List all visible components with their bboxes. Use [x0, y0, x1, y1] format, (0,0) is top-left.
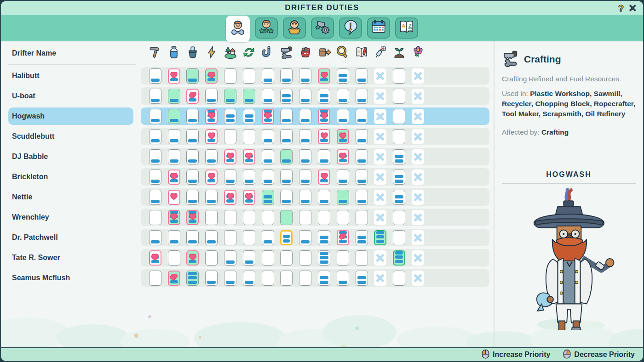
duty-cell-cooking[interactable] [186, 230, 199, 245]
duty-cell-fishing[interactable] [262, 271, 274, 286]
duty-cell-animal-care[interactable] [299, 230, 311, 245]
duty-cell-crafting[interactable] [280, 68, 293, 84]
duty-cell-cooking[interactable] [186, 271, 199, 286]
duty-cell-water[interactable] [168, 149, 180, 164]
duty-cell-expedition[interactable] [224, 210, 236, 225]
duty-cell-farming[interactable] [393, 68, 405, 84]
duty-cell-crafting[interactable] [280, 190, 293, 205]
duty-cell-energy[interactable] [205, 129, 218, 144]
duty-cell-scavenging[interactable] [337, 190, 349, 205]
duty-cell-expedition[interactable] [224, 89, 236, 104]
duty-cell-recycling[interactable] [243, 129, 255, 144]
duty-cell-animal-care[interactable] [299, 68, 311, 84]
duty-cell-fishing[interactable] [262, 210, 274, 225]
duty-cell-hauling[interactable] [318, 68, 330, 84]
duty-cell-cooking[interactable] [186, 250, 199, 266]
drifter-name[interactable]: DJ Babble [8, 148, 133, 165]
duty-cell-water[interactable] [168, 109, 180, 124]
duty-cell-expedition[interactable] [224, 109, 236, 124]
duty-cell-expedition[interactable] [224, 190, 236, 205]
duty-cell-construction[interactable] [149, 230, 161, 245]
duty-cell-hauling[interactable] [318, 250, 330, 266]
drifter-name[interactable]: U-boat [8, 87, 133, 105]
duty-cell-fishing[interactable] [262, 68, 274, 84]
duty-column-animal-care[interactable] [296, 45, 315, 61]
duty-cell-energy[interactable] [205, 68, 218, 84]
duty-cell-recycling[interactable] [243, 149, 255, 164]
duty-cell-hauling[interactable] [318, 271, 330, 286]
close-button[interactable]: ✕ [628, 3, 637, 13]
duty-cell-medical[interactable] [374, 89, 386, 104]
duty-cell-farming[interactable] [393, 250, 405, 266]
drifter-name[interactable]: Hogwash [8, 107, 133, 125]
drifter-name[interactable]: Nettie [8, 188, 133, 206]
duty-cell-fishing[interactable] [262, 170, 274, 185]
duty-cell-water[interactable] [168, 89, 180, 104]
duty-cell-water[interactable] [168, 230, 180, 245]
duty-cell-farming[interactable] [393, 149, 405, 164]
duty-cell-scavenging[interactable] [337, 230, 349, 245]
duty-cell-cooking[interactable] [186, 170, 199, 185]
duty-cell-recycling[interactable] [243, 230, 255, 245]
tab-needs[interactable] [283, 17, 306, 39]
duty-cell-construction[interactable] [149, 109, 161, 124]
duty-cell-crafting[interactable] [280, 109, 293, 124]
duty-cell-research[interactable] [356, 129, 368, 144]
duty-cell-recycling[interactable] [243, 170, 255, 185]
drifter-name[interactable]: Tate R. Sower [8, 249, 133, 266]
duty-cell-farming[interactable] [393, 271, 405, 286]
duty-column-farming[interactable] [390, 45, 408, 61]
duty-cell-scavenging[interactable] [337, 89, 349, 104]
duty-cell-scavenging[interactable] [337, 170, 349, 185]
duty-cell-scavenging[interactable] [337, 271, 349, 286]
duty-cell-gardening[interactable] [412, 230, 424, 245]
duty-cell-energy[interactable] [205, 89, 218, 104]
duty-cell-expedition[interactable] [224, 230, 236, 245]
duty-cell-animal-care[interactable] [299, 149, 311, 164]
duty-cell-animal-care[interactable] [299, 210, 311, 225]
duty-cell-water[interactable] [168, 190, 180, 205]
duty-column-expedition[interactable] [221, 45, 240, 61]
tab-skills[interactable] [255, 17, 278, 39]
drifter-name[interactable]: Seamus Mcflush [8, 269, 133, 287]
duty-cell-gardening[interactable] [412, 250, 424, 266]
duty-cell-scavenging[interactable] [337, 129, 349, 144]
duty-cell-energy[interactable] [205, 250, 218, 266]
tab-directory[interactable]: AZ [395, 17, 418, 39]
duty-cell-crafting[interactable] [280, 89, 293, 104]
duty-cell-crafting[interactable] [280, 271, 293, 286]
duty-cell-farming[interactable] [393, 230, 405, 245]
duty-cell-cooking[interactable] [186, 109, 199, 124]
duty-cell-recycling[interactable] [243, 89, 255, 104]
duty-column-gardening[interactable] [408, 45, 427, 61]
duty-column-hauling[interactable] [315, 45, 334, 61]
duty-cell-crafting[interactable] [280, 250, 293, 266]
drifter-name[interactable]: Brickleton [8, 168, 133, 186]
duty-cell-construction[interactable] [149, 170, 161, 185]
duty-cell-research[interactable] [356, 68, 368, 84]
duty-cell-gardening[interactable] [412, 89, 424, 104]
duty-cell-recycling[interactable] [243, 250, 255, 266]
tab-production[interactable] [311, 17, 334, 39]
duty-cell-medical[interactable] [374, 68, 386, 84]
duty-cell-construction[interactable] [149, 271, 161, 286]
duty-cell-research[interactable] [356, 271, 368, 286]
duty-column-recycling[interactable] [240, 45, 259, 61]
duty-column-cooking[interactable] [184, 45, 202, 61]
duty-cell-medical[interactable] [374, 109, 386, 124]
duty-cell-hauling[interactable] [318, 109, 330, 124]
duty-cell-farming[interactable] [393, 129, 405, 144]
duty-cell-animal-care[interactable] [299, 271, 311, 286]
help-button[interactable]: ? [618, 3, 624, 13]
duty-cell-scavenging[interactable] [337, 149, 349, 164]
duty-cell-expedition[interactable] [224, 170, 236, 185]
duty-cell-expedition[interactable] [224, 129, 236, 144]
duty-cell-research[interactable] [356, 210, 368, 225]
duty-cell-water[interactable] [168, 129, 180, 144]
duty-cell-medical[interactable] [374, 230, 386, 245]
duty-cell-hauling[interactable] [318, 170, 330, 185]
duty-cell-medical[interactable] [374, 149, 386, 164]
duty-cell-hauling[interactable] [318, 89, 330, 104]
duty-cell-animal-care[interactable] [299, 170, 311, 185]
duty-cell-water[interactable] [168, 271, 180, 286]
